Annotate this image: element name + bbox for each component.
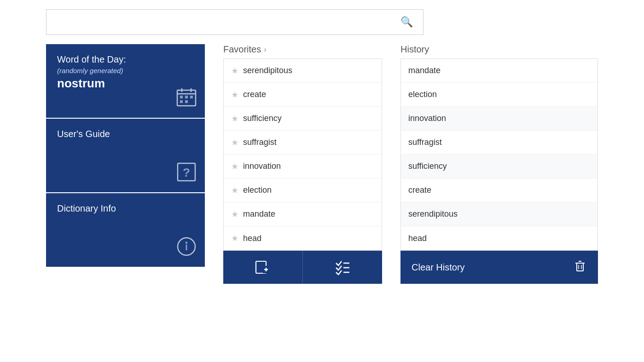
users-guide-title: User's Guide bbox=[57, 129, 194, 139]
star-icon: ★ bbox=[231, 90, 238, 100]
history-word: innovation bbox=[408, 114, 446, 123]
list-item[interactable]: ★ mandate bbox=[224, 202, 382, 226]
list-item[interactable]: ★ innovation bbox=[224, 155, 382, 178]
favorite-word: serendipitous bbox=[243, 66, 292, 75]
history-item[interactable]: head bbox=[401, 226, 598, 250]
history-word: sufficiency bbox=[408, 161, 447, 171]
star-icon: ★ bbox=[231, 233, 238, 243]
svg-rect-7 bbox=[180, 100, 183, 103]
history-item[interactable]: innovation bbox=[401, 107, 598, 131]
manage-favorites-icon bbox=[335, 259, 350, 275]
svg-rect-8 bbox=[185, 100, 188, 103]
history-item[interactable]: mandate bbox=[401, 59, 598, 83]
users-guide-tile[interactable]: User's Guide ? bbox=[46, 119, 205, 192]
star-icon: ★ bbox=[231, 185, 238, 195]
svg-point-13 bbox=[186, 241, 187, 243]
favorites-list: ★ serendipitous ★ create ★ sufficiency ★… bbox=[223, 58, 382, 251]
dictionary-info-title: Dictionary Info bbox=[57, 203, 194, 214]
manage-favorites-button[interactable] bbox=[303, 251, 382, 284]
list-item[interactable]: ★ suffragist bbox=[224, 131, 382, 155]
search-bar-container: 🔍 bbox=[0, 0, 644, 44]
favorite-word: suffragist bbox=[243, 138, 277, 147]
search-input[interactable] bbox=[53, 17, 397, 27]
history-word: head bbox=[408, 234, 427, 243]
history-word: suffragist bbox=[408, 138, 442, 147]
svg-text:?: ? bbox=[183, 166, 190, 179]
favorites-title: Favorites bbox=[223, 44, 261, 55]
dictionary-info-tile[interactable]: Dictionary Info i bbox=[46, 193, 205, 267]
trash-icon bbox=[573, 259, 587, 276]
left-panel: Word of the Day: (randomly generated) no… bbox=[46, 44, 205, 268]
star-icon: ★ bbox=[231, 161, 238, 172]
history-word: election bbox=[408, 90, 437, 99]
info-icon: i bbox=[176, 236, 197, 259]
clear-history-button[interactable]: Clear History bbox=[400, 251, 598, 284]
history-word: create bbox=[408, 185, 431, 195]
history-list: mandate election innovation suffragist s… bbox=[400, 58, 598, 251]
history-word: serendipitous bbox=[408, 209, 458, 219]
favorites-arrow-icon: › bbox=[264, 46, 266, 54]
list-item[interactable]: ★ sufficiency bbox=[224, 107, 382, 131]
main-content: Word of the Day: (randomly generated) no… bbox=[0, 44, 644, 284]
add-favorite-button[interactable] bbox=[223, 251, 303, 284]
favorite-word: head bbox=[243, 234, 261, 243]
star-icon: ★ bbox=[231, 138, 238, 148]
svg-rect-4 bbox=[180, 96, 183, 98]
question-icon: ? bbox=[176, 162, 197, 184]
history-panel: History mandate election innovation suff… bbox=[400, 44, 598, 284]
star-icon: ★ bbox=[231, 209, 238, 219]
add-favorite-icon bbox=[255, 259, 271, 275]
list-item[interactable]: ★ create bbox=[224, 83, 382, 107]
word-of-day-tile[interactable]: Word of the Day: (randomly generated) no… bbox=[46, 44, 205, 118]
history-item[interactable]: sufficiency bbox=[401, 155, 598, 178]
history-item[interactable]: create bbox=[401, 178, 598, 202]
favorites-buttons bbox=[223, 251, 382, 284]
favorite-word: election bbox=[243, 185, 272, 195]
search-bar: 🔍 bbox=[46, 9, 424, 35]
word-of-day-title: Word of the Day: bbox=[57, 54, 194, 65]
list-item[interactable]: ★ head bbox=[224, 226, 382, 250]
history-item[interactable]: election bbox=[401, 83, 598, 107]
list-item[interactable]: ★ serendipitous bbox=[224, 59, 382, 83]
svg-rect-5 bbox=[185, 96, 188, 98]
word-of-day-word: nostrum bbox=[57, 76, 194, 91]
search-button[interactable]: 🔍 bbox=[397, 14, 417, 30]
history-header: History bbox=[400, 44, 598, 55]
favorites-panel: Favorites › ★ serendipitous ★ create ★ s… bbox=[223, 44, 382, 284]
favorite-word: sufficiency bbox=[243, 114, 282, 123]
history-title: History bbox=[400, 44, 429, 55]
favorite-word: mandate bbox=[243, 209, 275, 219]
favorite-word: innovation bbox=[243, 161, 281, 171]
svg-rect-21 bbox=[577, 263, 583, 271]
calendar-icon bbox=[176, 87, 197, 109]
history-item[interactable]: suffragist bbox=[401, 131, 598, 155]
favorites-header[interactable]: Favorites › bbox=[223, 44, 382, 55]
list-item[interactable]: ★ election bbox=[224, 178, 382, 202]
svg-rect-6 bbox=[190, 96, 193, 98]
word-of-day-subtitle: (randomly generated) bbox=[57, 67, 194, 75]
clear-history-label: Clear History bbox=[412, 262, 465, 273]
history-word: mandate bbox=[408, 66, 441, 75]
star-icon: ★ bbox=[231, 114, 238, 124]
favorite-word: create bbox=[243, 90, 266, 99]
star-icon: ★ bbox=[231, 66, 238, 76]
history-item[interactable]: serendipitous bbox=[401, 202, 598, 226]
